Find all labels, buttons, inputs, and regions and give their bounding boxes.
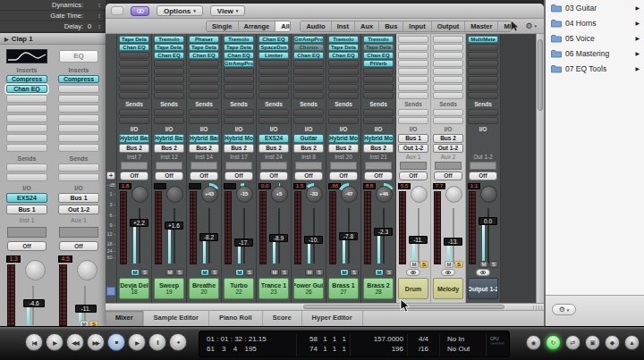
solo-button[interactable]: S [385,269,394,276]
insert-slot[interactable]: Phaser [189,36,219,43]
pan-knob[interactable]: -47 [338,183,360,205]
automation-mode-button[interactable]: Off [364,172,393,180]
insert-slot[interactable] [468,60,498,67]
pan-knob[interactable] [22,257,47,282]
group-slot[interactable] [470,162,496,170]
editor-tab-mixer[interactable]: Mixer [106,311,144,326]
solo-button[interactable]: S [280,269,289,276]
send-slot[interactable] [398,109,428,116]
send-slot[interactable] [398,117,428,124]
mute-button[interactable]: M [479,261,488,268]
mute-button[interactable]: M [445,261,453,268]
insert-slot[interactable]: Chan EQ [363,52,394,59]
input-slot[interactable]: Bus 2 [433,134,463,143]
insert-slot[interactable] [58,114,99,122]
track-name[interactable]: Brass 1 27 [328,278,359,299]
send-slot[interactable] [468,109,498,116]
insert-slot[interactable] [433,68,463,75]
insert-slot[interactable] [6,134,47,142]
mute-button[interactable]: M [165,269,174,276]
insert-slot[interactable] [398,52,428,59]
insert-slot[interactable]: Chan EQ [293,52,324,59]
filter-button-inst[interactable]: Inst [332,21,355,31]
disclosure-arrow-icon[interactable]: ▶ [635,65,640,71]
send-slot[interactable] [119,117,149,124]
editor-tab-score[interactable]: Score [263,311,302,326]
pan-knob[interactable] [164,183,185,205]
input-slot[interactable]: EXS24 [258,134,289,143]
insert-slot[interactable]: Chan EQ [224,52,254,59]
volume-fader[interactable]: -4.6 [23,286,47,325]
send-slot[interactable] [363,117,394,124]
insert-slot[interactable] [398,76,428,83]
insert-slot[interactable]: Tremolo [154,36,184,43]
group-slot[interactable] [330,162,357,170]
stepper-icon[interactable]: ↕ [96,23,103,29]
insert-slot[interactable] [328,84,359,91]
editor-tab-sample-editor[interactable]: Sample Editor [144,311,209,326]
send-slot[interactable] [363,109,394,116]
insert-slot[interactable]: GtrAmpPro [224,60,254,67]
mute-button[interactable]: M [305,269,314,276]
send-slot[interactable] [58,173,99,181]
insert-slot[interactable] [258,76,289,83]
record-button[interactable]: ● [169,333,187,351]
insert-slot[interactable] [258,92,289,99]
automation-mode-button[interactable]: Off [294,172,323,180]
options-menu[interactable]: Options ▾ [157,5,203,16]
insert-slot[interactable] [433,60,463,67]
software-monitoring-button[interactable]: ◉ [526,335,541,350]
insert-slot[interactable]: Chan EQ [119,44,149,51]
pause-button[interactable]: || [148,333,166,351]
group-slot[interactable] [7,227,47,238]
volume-fader[interactable]: -8.2 [199,208,219,264]
insert-slot[interactable] [363,68,394,75]
insert-slot[interactable] [363,76,394,83]
insert-slot[interactable] [154,84,184,91]
filter-button-audio[interactable]: Audio [301,21,331,31]
insert-slot[interactable] [58,134,99,142]
insert-slot[interactable]: Chan EQ [258,36,289,43]
pan-knob[interactable]: -15 [233,183,255,205]
automation-mode-button[interactable]: Off [259,172,288,180]
pan-knob[interactable]: +5 [268,183,290,205]
track-name[interactable]: Devja Del 18 [119,278,149,299]
folder-row[interactable]: 05 Voice▶ [546,30,644,46]
insert-slot[interactable]: Tremolo [363,36,394,43]
automation-mode-button[interactable]: Off [120,172,148,180]
send-slot[interactable] [189,109,219,116]
insert-slot[interactable]: GtrAmpPro [293,36,324,43]
time-signature-display[interactable]: 4/4 /16 [407,334,439,356]
volume-fader[interactable]: -8.9 [269,208,289,264]
solo-button[interactable]: S [454,261,463,268]
send-slot[interactable] [224,117,254,124]
group-slot[interactable] [59,227,98,238]
send-slot[interactable] [58,163,99,172]
window-proxy-widget[interactable] [111,6,123,15]
filter-button-midi[interactable]: MIDI [498,21,512,31]
group-slot[interactable] [121,162,148,170]
insert-slot[interactable] [154,92,184,99]
input-slot[interactable]: Hybrid Mo [224,134,254,143]
insert-slot[interactable] [468,92,498,99]
insert-slot[interactable]: Chan EQ [6,85,47,93]
volume-fader[interactable]: 0.0 [479,208,498,264]
automation-tool-icon[interactable]: ⚙ ▾ [525,21,537,30]
input-slot[interactable]: Guitar [293,134,324,143]
vertical-scrollbar[interactable] [536,34,544,303]
output-slot[interactable]: Out 1-2 [433,144,463,153]
link-button[interactable] [131,6,149,16]
insert-slot[interactable] [224,68,254,75]
insert-slot[interactable] [328,68,359,75]
disclosure-triangle-icon[interactable]: ▶ [4,36,9,42]
input-slot[interactable]: Bus 1 [398,134,428,143]
insert-slot[interactable] [6,144,47,152]
mute-button[interactable]: M [340,269,349,276]
output-slot[interactable]: Out 1-2 [58,205,99,214]
track-name[interactable]: Melody [433,278,463,299]
insert-slot[interactable] [398,68,428,75]
locators-display[interactable]: 58 1 1 1 74 1 1 1 [296,334,350,356]
pan-knob[interactable] [408,183,429,205]
insert-slot[interactable] [398,84,428,91]
filter-button-aux[interactable]: Aux [355,21,379,31]
